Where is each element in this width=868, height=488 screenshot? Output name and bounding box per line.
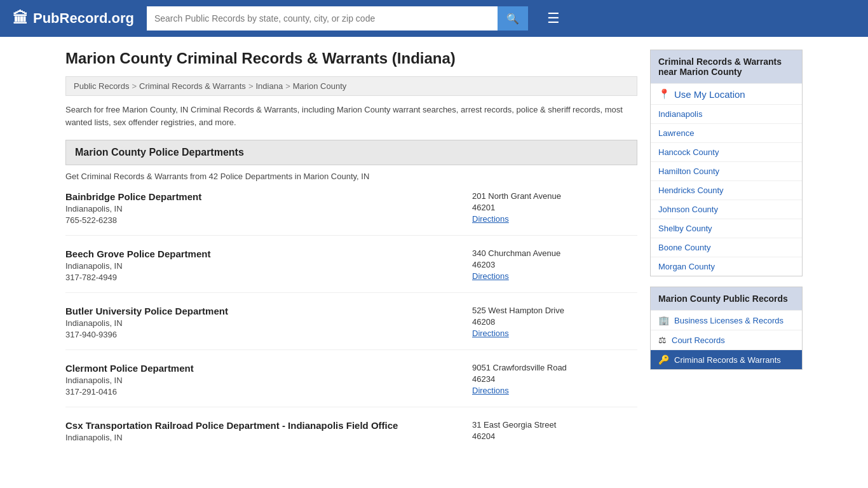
breadcrumb-sep-2: > — [248, 81, 254, 91]
sidebar-public-records-header: Marion County Public Records — [651, 287, 802, 310]
entry-address: 340 Churchman Avenue — [472, 248, 637, 258]
court-icon: ⚖ — [658, 335, 667, 345]
entry-address: 31 East Georgia Street — [472, 420, 637, 430]
breadcrumb: Public Records > Criminal Records & Warr… — [65, 76, 637, 96]
record-list: Bainbridge Police Department Indianapoli… — [65, 191, 637, 454]
logo-icon: 🏛 — [13, 10, 28, 27]
sidebar-link-criminal[interactable]: Criminal Records & Warrants — [674, 355, 781, 365]
entry-name: Beech Grove Police Department — [65, 248, 472, 259]
entry-city: Indianapolis, IN — [65, 433, 472, 442]
sidebar-item-indianapolis[interactable]: Indianapolis — [651, 104, 802, 123]
sidebar-link-morgan[interactable]: Morgan County — [658, 262, 715, 271]
table-row: Clermont Police Department Indianapolis,… — [65, 363, 637, 407]
sidebar-link-shelby[interactable]: Shelby County — [658, 224, 712, 233]
entry-left: Csx Transportation Railroad Police Depar… — [65, 420, 472, 444]
entry-zip: 46203 — [472, 260, 637, 269]
entry-address: 9051 Crawfordsville Road — [472, 363, 637, 372]
entry-right: 525 West Hampton Drive 46208 Directions — [472, 306, 637, 339]
entry-zip: 46234 — [472, 374, 637, 384]
breadcrumb-sep-1: > — [132, 81, 137, 91]
menu-button[interactable]: ☰ — [547, 10, 560, 27]
entry-zip: 46204 — [472, 431, 637, 441]
sidebar-item-business-licenses[interactable]: 🏢 Business Licenses & Records — [651, 310, 802, 330]
sidebar-link-hamilton[interactable]: Hamilton County — [658, 166, 719, 176]
entry-phone: 317-291-0416 — [65, 387, 472, 396]
entry-city: Indianapolis, IN — [65, 261, 472, 271]
main-content: Marion County Criminal Records & Warrant… — [65, 50, 637, 467]
entry-address: 201 North Grant Avenue — [472, 191, 637, 201]
breadcrumb-indiana[interactable]: Indiana — [255, 81, 283, 91]
table-row: Butler University Police Department Indi… — [65, 306, 637, 350]
section-header: Marion County Police Departments — [65, 140, 637, 165]
sidebar-link-hancock[interactable]: Hancock County — [658, 147, 719, 157]
breadcrumb-sep-3: > — [285, 81, 290, 91]
search-input[interactable] — [147, 6, 498, 30]
table-row: Beech Grove Police Department Indianapol… — [65, 248, 637, 293]
entry-city: Indianapolis, IN — [65, 318, 472, 328]
directions-link[interactable]: Directions — [472, 214, 509, 224]
breadcrumb-marion-county: Marion County — [293, 81, 347, 91]
main-container: Marion County Criminal Records & Warrant… — [53, 37, 815, 480]
site-header: 🏛 PubRecord.org 🔍 ☰ — [0, 0, 868, 37]
entry-address: 525 West Hampton Drive — [472, 306, 637, 315]
entry-name: Csx Transportation Railroad Police Depar… — [65, 420, 472, 431]
entry-left: Butler University Police Department Indi… — [65, 306, 472, 339]
sidebar-link-court[interactable]: Court Records — [672, 336, 725, 345]
sidebar-item-court-records[interactable]: ⚖ Court Records — [651, 330, 802, 349]
search-area: 🔍 — [147, 6, 528, 30]
sidebar-link-johnson[interactable]: Johnson County — [658, 205, 718, 214]
location-icon: 📍 — [658, 88, 670, 100]
entry-name: Bainbridge Police Department — [65, 191, 472, 202]
sidebar-item-johnson[interactable]: Johnson County — [651, 200, 802, 219]
entry-left: Bainbridge Police Department Indianapoli… — [65, 191, 472, 225]
criminal-icon: 🔑 — [658, 355, 669, 365]
business-icon: 🏢 — [658, 315, 669, 325]
sidebar-item-morgan[interactable]: Morgan County — [651, 257, 802, 276]
sidebar-item-criminal-records[interactable]: 🔑 Criminal Records & Warrants — [651, 349, 802, 369]
sidebar: Criminal Records & Warrants near Marion … — [650, 50, 803, 467]
directions-link[interactable]: Directions — [472, 386, 509, 395]
page-title: Marion County Criminal Records & Warrant… — [65, 50, 637, 67]
sidebar-public-records-section: Marion County Public Records 🏢 Business … — [650, 287, 803, 370]
directions-link[interactable]: Directions — [472, 329, 509, 338]
entry-phone: 317-782-4949 — [65, 273, 472, 282]
sidebar-nearby-section: Criminal Records & Warrants near Marion … — [650, 50, 803, 276]
use-location-label: Use My Location — [674, 89, 745, 100]
sidebar-link-indianapolis[interactable]: Indianapolis — [658, 109, 702, 119]
entry-city: Indianapolis, IN — [65, 376, 472, 385]
sidebar-item-shelby[interactable]: Shelby County — [651, 219, 802, 238]
entry-name: Butler University Police Department — [65, 306, 472, 316]
entry-right: 201 North Grant Avenue 46201 Directions — [472, 191, 637, 225]
directions-link[interactable]: Directions — [472, 271, 509, 281]
sidebar-nearby-header: Criminal Records & Warrants near Marion … — [651, 50, 802, 83]
entry-right: 31 East Georgia Street 46204 — [472, 420, 637, 444]
sidebar-link-lawrence[interactable]: Lawrence — [658, 128, 694, 138]
sidebar-item-lawrence[interactable]: Lawrence — [651, 123, 802, 142]
sidebar-link-boone[interactable]: Boone County — [658, 243, 710, 252]
entry-phone: 317-940-9396 — [65, 330, 472, 339]
breadcrumb-criminal-records[interactable]: Criminal Records & Warrants — [139, 81, 246, 91]
sidebar-item-hancock[interactable]: Hancock County — [651, 142, 802, 161]
entry-left: Beech Grove Police Department Indianapol… — [65, 248, 472, 282]
sidebar-link-hendricks[interactable]: Hendricks County — [658, 186, 724, 195]
entry-right: 340 Churchman Avenue 46203 Directions — [472, 248, 637, 282]
table-row: Csx Transportation Railroad Police Depar… — [65, 420, 637, 454]
section-description: Get Criminal Records & Warrants from 42 … — [65, 172, 637, 181]
search-button[interactable]: 🔍 — [498, 6, 528, 30]
breadcrumb-public-records[interactable]: Public Records — [74, 81, 129, 91]
logo[interactable]: 🏛 PubRecord.org — [13, 10, 134, 27]
sidebar-use-location[interactable]: 📍 Use My Location — [651, 83, 802, 104]
entry-left: Clermont Police Department Indianapolis,… — [65, 363, 472, 396]
sidebar-link-business[interactable]: Business Licenses & Records — [674, 316, 783, 325]
entry-name: Clermont Police Department — [65, 363, 472, 374]
entry-right: 9051 Crawfordsville Road 46234 Direction… — [472, 363, 637, 396]
sidebar-item-hendricks[interactable]: Hendricks County — [651, 180, 802, 200]
entry-city: Indianapolis, IN — [65, 204, 472, 214]
sidebar-item-hamilton[interactable]: Hamilton County — [651, 161, 802, 180]
entry-zip: 46208 — [472, 317, 637, 327]
entry-phone: 765-522-6238 — [65, 215, 472, 225]
sidebar-item-boone[interactable]: Boone County — [651, 238, 802, 257]
page-description: Search for free Marion County, IN Crimin… — [65, 104, 637, 128]
table-row: Bainbridge Police Department Indianapoli… — [65, 191, 637, 236]
logo-text: PubRecord.org — [33, 10, 134, 27]
